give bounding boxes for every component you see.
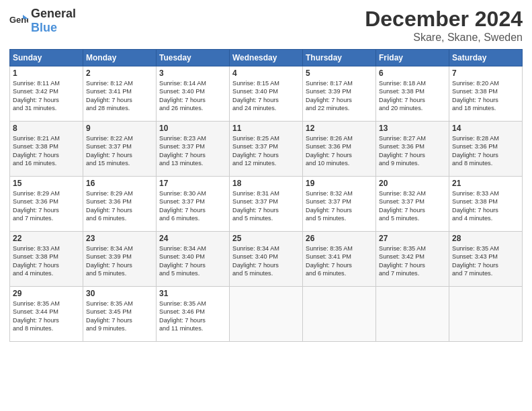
day-number: 3 — [159, 68, 226, 78]
day-number: 22 — [13, 234, 80, 243]
day-info: Sunrise: 8:34 AM Sunset: 3:39 PM Dayligh… — [86, 244, 153, 278]
table-row: 21Sunrise: 8:33 AM Sunset: 3:38 PM Dayli… — [449, 177, 523, 232]
table-row: 31Sunrise: 8:35 AM Sunset: 3:46 PM Dayli… — [157, 287, 230, 342]
day-number: 25 — [232, 234, 300, 243]
logo-icon: General — [9, 13, 28, 28]
table-row: 12Sunrise: 8:26 AM Sunset: 3:36 PM Dayli… — [303, 122, 376, 177]
svg-text:General: General — [9, 15, 28, 25]
table-row — [230, 287, 303, 342]
day-info: Sunrise: 8:31 AM Sunset: 3:37 PM Dayligh… — [232, 189, 300, 223]
table-row: 25Sunrise: 8:34 AM Sunset: 3:40 PM Dayli… — [230, 232, 303, 287]
day-number: 12 — [306, 124, 373, 133]
table-row: 16Sunrise: 8:29 AM Sunset: 3:36 PM Dayli… — [83, 177, 157, 232]
page-container: General General Blue December 2024 Skare… — [0, 0, 532, 411]
table-row: 15Sunrise: 8:29 AM Sunset: 3:36 PM Dayli… — [10, 177, 83, 232]
day-info: Sunrise: 8:30 AM Sunset: 3:37 PM Dayligh… — [159, 189, 226, 223]
col-sunday: Sunday — [10, 50, 83, 66]
logo-text: General Blue — [31, 7, 76, 35]
title-month: December 2024 — [365, 7, 523, 32]
day-info: Sunrise: 8:15 AM Sunset: 3:40 PM Dayligh… — [232, 79, 300, 113]
table-row: 28Sunrise: 8:35 AM Sunset: 3:43 PM Dayli… — [449, 232, 523, 287]
day-info: Sunrise: 8:35 AM Sunset: 3:42 PM Dayligh… — [379, 244, 446, 278]
table-row: 7Sunrise: 8:20 AM Sunset: 3:38 PM Daylig… — [449, 66, 523, 122]
table-row: 24Sunrise: 8:34 AM Sunset: 3:40 PM Dayli… — [157, 232, 230, 287]
day-number: 28 — [452, 234, 519, 243]
table-row: 4Sunrise: 8:15 AM Sunset: 3:40 PM Daylig… — [230, 66, 303, 122]
day-number: 19 — [306, 179, 373, 188]
day-number: 21 — [452, 179, 519, 188]
day-info: Sunrise: 8:32 AM Sunset: 3:37 PM Dayligh… — [306, 189, 373, 223]
day-info: Sunrise: 8:17 AM Sunset: 3:39 PM Dayligh… — [306, 79, 373, 113]
day-info: Sunrise: 8:29 AM Sunset: 3:36 PM Dayligh… — [13, 189, 80, 223]
day-info: Sunrise: 8:20 AM Sunset: 3:38 PM Dayligh… — [452, 79, 519, 113]
day-info: Sunrise: 8:33 AM Sunset: 3:38 PM Dayligh… — [452, 189, 519, 223]
table-row: 22Sunrise: 8:33 AM Sunset: 3:38 PM Dayli… — [10, 232, 83, 287]
table-row: 26Sunrise: 8:35 AM Sunset: 3:41 PM Dayli… — [303, 232, 376, 287]
day-number: 5 — [306, 68, 373, 78]
day-info: Sunrise: 8:29 AM Sunset: 3:36 PM Dayligh… — [86, 189, 153, 223]
title-location: Skare, Skane, Sweden — [365, 32, 523, 44]
day-info: Sunrise: 8:32 AM Sunset: 3:37 PM Dayligh… — [379, 189, 446, 223]
table-row: 18Sunrise: 8:31 AM Sunset: 3:37 PM Dayli… — [230, 177, 303, 232]
table-row: 20Sunrise: 8:32 AM Sunset: 3:37 PM Dayli… — [376, 177, 449, 232]
logo: General General Blue — [9, 7, 76, 35]
day-number: 4 — [232, 68, 300, 78]
day-number: 2 — [86, 68, 153, 78]
table-row: 3Sunrise: 8:14 AM Sunset: 3:40 PM Daylig… — [157, 66, 230, 122]
table-row: 19Sunrise: 8:32 AM Sunset: 3:37 PM Dayli… — [303, 177, 376, 232]
table-row: 9Sunrise: 8:22 AM Sunset: 3:37 PM Daylig… — [83, 122, 157, 177]
day-info: Sunrise: 8:26 AM Sunset: 3:36 PM Dayligh… — [306, 134, 373, 168]
table-row: 14Sunrise: 8:28 AM Sunset: 3:36 PM Dayli… — [449, 122, 523, 177]
col-thursday: Thursday — [303, 50, 376, 66]
logo-blue: Blue — [31, 21, 57, 34]
table-row: 30Sunrise: 8:35 AM Sunset: 3:45 PM Dayli… — [83, 287, 157, 342]
calendar-week-row: 1Sunrise: 8:11 AM Sunset: 3:42 PM Daylig… — [10, 66, 523, 122]
title-block: December 2024 Skare, Skane, Sweden — [365, 7, 523, 44]
day-number: 9 — [86, 124, 153, 133]
table-row: 1Sunrise: 8:11 AM Sunset: 3:42 PM Daylig… — [10, 66, 83, 122]
day-number: 31 — [159, 289, 226, 298]
table-row — [376, 287, 449, 342]
day-info: Sunrise: 8:18 AM Sunset: 3:38 PM Dayligh… — [379, 79, 446, 113]
day-info: Sunrise: 8:21 AM Sunset: 3:38 PM Dayligh… — [13, 134, 80, 168]
table-row: 29Sunrise: 8:35 AM Sunset: 3:44 PM Dayli… — [10, 287, 83, 342]
table-row: 11Sunrise: 8:25 AM Sunset: 3:37 PM Dayli… — [230, 122, 303, 177]
day-number: 17 — [159, 179, 226, 188]
calendar-week-row: 22Sunrise: 8:33 AM Sunset: 3:38 PM Dayli… — [10, 232, 523, 287]
calendar-week-row: 15Sunrise: 8:29 AM Sunset: 3:36 PM Dayli… — [10, 177, 523, 232]
table-row: 17Sunrise: 8:30 AM Sunset: 3:37 PM Dayli… — [157, 177, 230, 232]
day-number: 26 — [306, 234, 373, 243]
table-row: 6Sunrise: 8:18 AM Sunset: 3:38 PM Daylig… — [376, 66, 449, 122]
col-wednesday: Wednesday — [230, 50, 303, 66]
table-row: 2Sunrise: 8:12 AM Sunset: 3:41 PM Daylig… — [83, 66, 157, 122]
day-info: Sunrise: 8:23 AM Sunset: 3:37 PM Dayligh… — [159, 134, 226, 168]
day-info: Sunrise: 8:35 AM Sunset: 3:43 PM Dayligh… — [452, 244, 519, 278]
day-number: 16 — [86, 179, 153, 188]
day-number: 20 — [379, 179, 446, 188]
col-friday: Friday — [376, 50, 449, 66]
header: General General Blue December 2024 Skare… — [9, 7, 523, 44]
day-info: Sunrise: 8:12 AM Sunset: 3:41 PM Dayligh… — [86, 79, 153, 113]
day-number: 8 — [13, 124, 80, 133]
table-row: 27Sunrise: 8:35 AM Sunset: 3:42 PM Dayli… — [376, 232, 449, 287]
day-info: Sunrise: 8:35 AM Sunset: 3:45 PM Dayligh… — [86, 300, 153, 333]
day-number: 15 — [13, 179, 80, 188]
day-info: Sunrise: 8:28 AM Sunset: 3:36 PM Dayligh… — [452, 134, 519, 168]
calendar-table: Sunday Monday Tuesday Wednesday Thursday… — [9, 49, 523, 342]
table-row — [449, 287, 523, 342]
day-number: 6 — [379, 68, 446, 78]
day-number: 10 — [159, 124, 226, 133]
day-info: Sunrise: 8:11 AM Sunset: 3:42 PM Dayligh… — [13, 79, 80, 113]
col-monday: Monday — [83, 50, 157, 66]
day-number: 29 — [13, 289, 80, 298]
day-number: 13 — [379, 124, 446, 133]
day-number: 11 — [232, 124, 300, 133]
day-number: 23 — [86, 234, 153, 243]
day-info: Sunrise: 8:34 AM Sunset: 3:40 PM Dayligh… — [232, 244, 300, 278]
calendar-header-row: Sunday Monday Tuesday Wednesday Thursday… — [10, 50, 523, 66]
day-info: Sunrise: 8:27 AM Sunset: 3:36 PM Dayligh… — [379, 134, 446, 168]
day-number: 14 — [452, 124, 519, 133]
table-row: 13Sunrise: 8:27 AM Sunset: 3:36 PM Dayli… — [376, 122, 449, 177]
table-row: 8Sunrise: 8:21 AM Sunset: 3:38 PM Daylig… — [10, 122, 83, 177]
day-info: Sunrise: 8:35 AM Sunset: 3:41 PM Dayligh… — [306, 244, 373, 278]
